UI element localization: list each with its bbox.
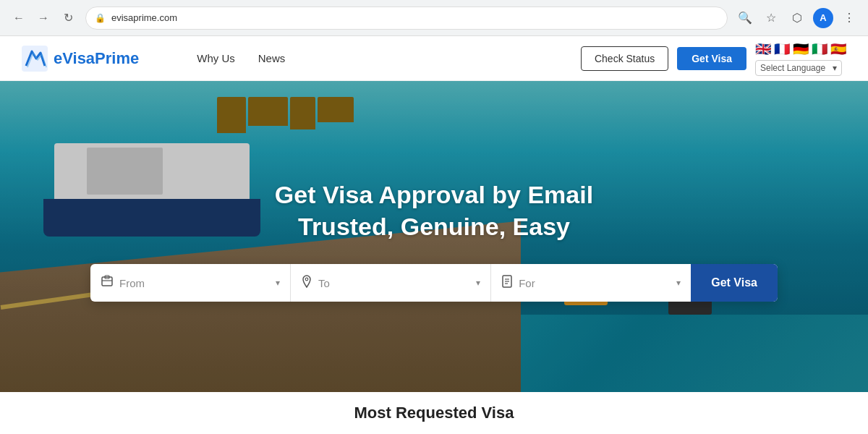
get-visa-search-button[interactable]: Get Visa <box>691 264 778 302</box>
flag-gb[interactable]: 🇬🇧 <box>755 41 771 57</box>
browser-nav-buttons: ← → ↻ <box>9 8 78 28</box>
for-icon <box>501 275 513 291</box>
hero-section: Get Visa Approval by Email Trusted, Genu… <box>0 81 868 392</box>
address-bar[interactable]: 🔒 evisaprime.com <box>85 7 728 30</box>
site-header: eVisaPrime Why Us News Check Status Get … <box>0 36 868 81</box>
address-url: evisaprime.com <box>111 12 177 23</box>
language-label: Select Language <box>760 63 825 73</box>
forward-button[interactable]: → <box>33 8 54 28</box>
search-bar: From ▾ To ▾ <box>90 264 778 302</box>
hero-title-line1: Get Visa Approval by Email <box>275 181 593 208</box>
browser-actions: 🔍 ☆ ⬡ A ⋮ <box>735 8 859 28</box>
flag-fr[interactable]: 🇫🇷 <box>774 41 790 57</box>
nav-why-us[interactable]: Why Us <box>197 52 235 64</box>
browser-chrome: ← → ↻ 🔒 evisaprime.com 🔍 ☆ ⬡ A ⋮ <box>0 0 868 36</box>
back-button[interactable]: ← <box>9 8 29 28</box>
logo[interactable]: eVisaPrime <box>22 46 139 72</box>
browser-search-button[interactable]: 🔍 <box>735 8 755 28</box>
language-dropdown[interactable]: Select Language ▾ <box>755 60 842 76</box>
header-right: Check Status Get Visa 🇬🇧 🇫🇷 🇩🇪 🇮🇹 🇪🇸 Sel… <box>581 41 846 76</box>
from-placeholder: From <box>119 277 276 289</box>
for-arrow: ▾ <box>676 278 681 288</box>
flag-de[interactable]: 🇩🇪 <box>793 41 809 57</box>
logo-icon <box>22 46 48 72</box>
browser-bookmark-button[interactable]: ☆ <box>761 8 781 28</box>
from-arrow: ▾ <box>276 278 280 288</box>
most-requested-title: Most Requested Visa <box>354 404 514 422</box>
svg-point-4 <box>305 278 308 281</box>
to-icon <box>301 275 312 291</box>
most-requested-section: Most Requested Visa <box>0 392 868 434</box>
get-visa-header-button[interactable]: Get Visa <box>677 47 746 70</box>
flag-it[interactable]: 🇮🇹 <box>812 41 827 57</box>
nav-news[interactable]: News <box>258 52 286 64</box>
logo-text: eVisaPrime <box>54 49 139 68</box>
hero-title: Get Visa Approval by Email Trusted, Genu… <box>275 179 593 242</box>
for-placeholder: For <box>519 277 676 289</box>
main-nav: Why Us News <box>197 52 285 64</box>
hero-title-line2: Trusted, Genuine, Easy <box>298 213 570 240</box>
site-wrapper: eVisaPrime Why Us News Check Status Get … <box>0 36 868 434</box>
browser-profile[interactable]: A <box>813 8 833 28</box>
browser-menu-button[interactable]: ⋮ <box>839 8 859 28</box>
to-field[interactable]: To ▾ <box>291 264 491 302</box>
flag-es[interactable]: 🇪🇸 <box>830 41 846 57</box>
to-arrow: ▾ <box>476 278 480 288</box>
language-arrow: ▾ <box>833 63 837 73</box>
browser-extensions-button[interactable]: ⬡ <box>787 8 807 28</box>
for-field[interactable]: For ▾ <box>491 264 691 302</box>
address-security-icon: 🔒 <box>95 13 106 23</box>
from-field[interactable]: From ▾ <box>90 264 291 302</box>
reload-button[interactable]: ↻ <box>58 8 78 28</box>
to-placeholder: To <box>318 277 476 289</box>
from-icon <box>101 275 114 291</box>
check-status-button[interactable]: Check Status <box>581 46 668 71</box>
flag-row: 🇬🇧 🇫🇷 🇩🇪 🇮🇹 🇪🇸 <box>755 41 846 57</box>
hero-content: Get Visa Approval by Email Trusted, Genu… <box>0 81 868 392</box>
language-selector: 🇬🇧 🇫🇷 🇩🇪 🇮🇹 🇪🇸 Select Language ▾ <box>755 41 846 76</box>
